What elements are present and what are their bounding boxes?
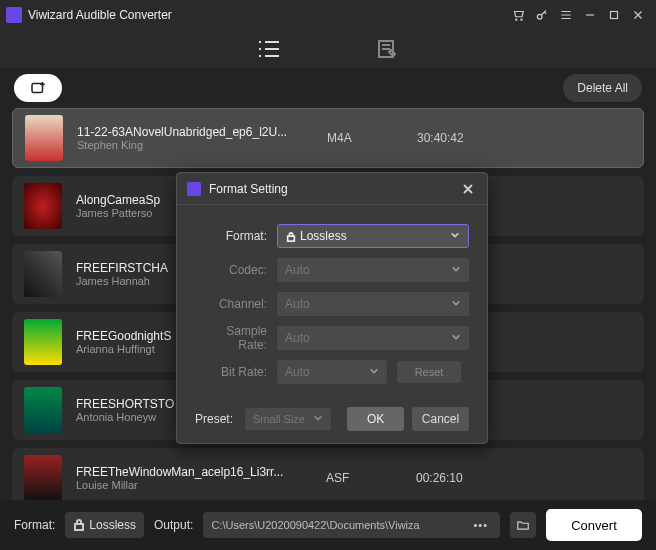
format-select[interactable]: Lossless bbox=[277, 224, 469, 248]
channel-label: Channel: bbox=[195, 297, 277, 311]
dialog-header: Format Setting bbox=[177, 173, 487, 205]
close-icon[interactable] bbox=[626, 3, 650, 27]
cancel-button[interactable]: Cancel bbox=[412, 407, 469, 431]
reset-button[interactable]: Reset bbox=[397, 361, 461, 383]
samplerate-select: Auto bbox=[277, 326, 469, 350]
svg-rect-3 bbox=[611, 12, 618, 19]
bitrate-select: Auto bbox=[277, 360, 387, 384]
app-logo-icon bbox=[6, 7, 22, 23]
dialog-title: Format Setting bbox=[209, 182, 459, 196]
convert-button[interactable]: Convert bbox=[546, 509, 642, 541]
footer-output-label: Output: bbox=[154, 518, 193, 532]
svg-point-0 bbox=[516, 19, 517, 20]
svg-rect-6 bbox=[75, 524, 83, 530]
codec-label: Codec: bbox=[195, 263, 277, 277]
format-setting-dialog: Format Setting Format: Lossless Codec: A… bbox=[176, 172, 488, 444]
svg-point-2 bbox=[537, 14, 542, 19]
codec-value: Auto bbox=[285, 263, 310, 277]
thumbnail-icon bbox=[24, 387, 62, 433]
minimize-icon[interactable] bbox=[578, 3, 602, 27]
chevron-down-icon bbox=[313, 413, 323, 425]
cart-icon[interactable] bbox=[506, 3, 530, 27]
open-folder-button[interactable] bbox=[510, 512, 536, 538]
chevron-down-icon bbox=[451, 297, 461, 311]
delete-all-button[interactable]: Delete All bbox=[563, 74, 642, 102]
list-mode-icon[interactable] bbox=[255, 38, 283, 60]
channel-select: Auto bbox=[277, 292, 469, 316]
thumbnail-icon bbox=[24, 183, 62, 229]
bitrate-label: Bit Rate: bbox=[195, 365, 277, 379]
lock-icon bbox=[286, 231, 296, 241]
preset-value: Small Size bbox=[253, 413, 305, 425]
footer: Format: Lossless Output: C:\Users\U20200… bbox=[0, 500, 656, 550]
item-duration: 00:26:10 bbox=[416, 471, 506, 485]
titlebar: Viwizard Audible Converter bbox=[0, 0, 656, 30]
preset-label: Preset: bbox=[195, 412, 233, 426]
chevron-down-icon bbox=[451, 331, 461, 345]
item-duration: 30:40:42 bbox=[417, 131, 507, 145]
chevron-down-icon bbox=[451, 263, 461, 277]
edit-mode-icon[interactable] bbox=[373, 38, 401, 60]
chevron-down-icon bbox=[450, 229, 460, 243]
item-format: ASF bbox=[326, 471, 416, 485]
item-title: FREETheWindowMan_acelp16_Li3rr... bbox=[76, 465, 326, 479]
thumbnail-icon bbox=[25, 115, 63, 161]
menu-icon[interactable] bbox=[554, 3, 578, 27]
format-label: Format: bbox=[195, 229, 277, 243]
thumbnail-icon bbox=[24, 455, 62, 501]
codec-select: Auto bbox=[277, 258, 469, 282]
dialog-logo-icon bbox=[187, 182, 201, 196]
action-row: Delete All bbox=[0, 68, 656, 108]
list-item[interactable]: 11-22-63ANovelUnabridged_ep6_l2U... Step… bbox=[12, 108, 644, 168]
footer-format-value: Lossless bbox=[89, 518, 136, 532]
key-icon[interactable] bbox=[530, 3, 554, 27]
thumbnail-icon bbox=[24, 319, 62, 365]
item-author: Louise Millar bbox=[76, 479, 326, 491]
maximize-icon[interactable] bbox=[602, 3, 626, 27]
svg-rect-5 bbox=[288, 236, 295, 241]
ok-button[interactable]: OK bbox=[347, 407, 404, 431]
item-title: 11-22-63ANovelUnabridged_ep6_l2U... bbox=[77, 125, 327, 139]
footer-format-select[interactable]: Lossless bbox=[65, 512, 144, 538]
samplerate-value: Auto bbox=[285, 331, 310, 345]
item-author: Stephen King bbox=[77, 139, 327, 151]
channel-value: Auto bbox=[285, 297, 310, 311]
footer-format-label: Format: bbox=[14, 518, 55, 532]
format-value: Lossless bbox=[300, 229, 347, 243]
output-path-field[interactable]: C:\Users\U2020090422\Documents\Viwiza ••… bbox=[203, 512, 500, 538]
samplerate-label: Sample Rate: bbox=[195, 324, 277, 352]
svg-point-1 bbox=[521, 19, 522, 20]
item-format: M4A bbox=[327, 131, 417, 145]
output-path-text: C:\Users\U2020090422\Documents\Viwiza bbox=[211, 519, 419, 531]
mode-bar bbox=[0, 30, 656, 68]
app-title: Viwizard Audible Converter bbox=[28, 8, 506, 22]
add-button[interactable] bbox=[14, 74, 62, 102]
thumbnail-icon bbox=[24, 251, 62, 297]
preset-select: Small Size bbox=[245, 408, 331, 430]
ellipsis-icon[interactable]: ••• bbox=[469, 519, 492, 531]
dialog-close-icon[interactable] bbox=[459, 180, 477, 198]
list-item[interactable]: FREETheWindowMan_acelp16_Li3rr... Louise… bbox=[12, 448, 644, 508]
bitrate-value: Auto bbox=[285, 365, 310, 379]
chevron-down-icon bbox=[369, 365, 379, 379]
